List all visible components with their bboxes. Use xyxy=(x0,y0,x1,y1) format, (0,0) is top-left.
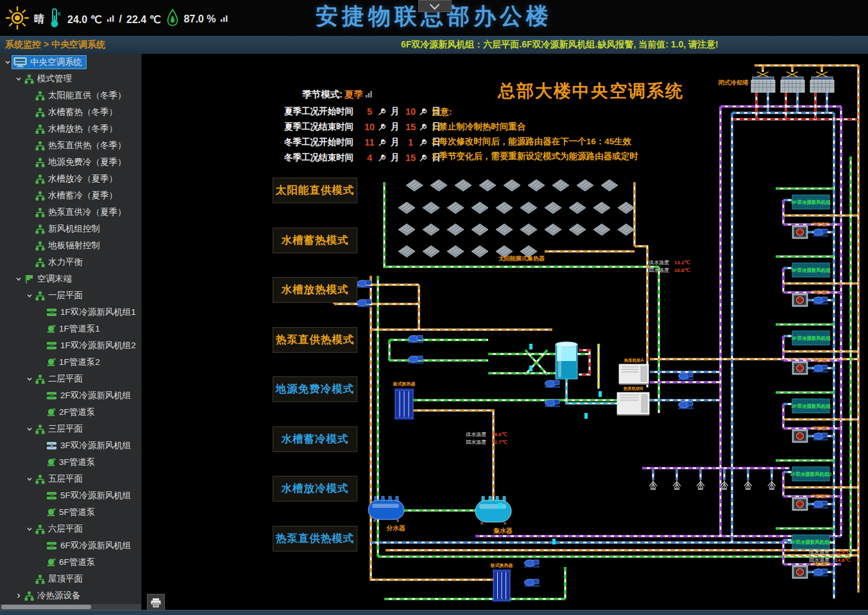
tree-item-content[interactable]: 冷热源设备 xyxy=(23,589,85,602)
mode-button-1[interactable]: 水槽蓄热模式 xyxy=(273,228,357,253)
tree-item-9[interactable]: 热泵直供冷（夏季） xyxy=(0,204,141,221)
tree-item-18[interactable]: 1F管道泵2 xyxy=(0,354,141,371)
tree-item-content[interactable]: 地板辐射控制 xyxy=(34,239,104,252)
tree-item-content[interactable]: 二层平面 xyxy=(34,373,87,385)
tree-item-21[interactable]: 2F管道泵 xyxy=(0,404,141,421)
tree-item-content[interactable]: 水力平衡 xyxy=(34,256,87,269)
tree-item-content[interactable]: 3F双冷源新风机组 xyxy=(45,439,135,452)
mode-button-2[interactable]: 水槽放热模式 xyxy=(273,277,357,303)
mode-button-6[interactable]: 水槽放冷模式 xyxy=(273,476,357,501)
tree-item-26[interactable]: 5F双冷源新风机组 xyxy=(0,487,141,504)
tree-item-content[interactable]: 热泵直供热（冬季） xyxy=(34,139,130,152)
chevron-down-icon[interactable] xyxy=(24,376,34,382)
mode-button-4[interactable]: 地源免费冷模式 xyxy=(273,376,357,402)
tree-item-content[interactable]: 地源免费冷（夏季） xyxy=(34,156,130,169)
mode-button-0[interactable]: 太阳能直供模式 xyxy=(273,178,357,203)
tree-item-28[interactable]: 六层平面 xyxy=(0,521,141,537)
tree-item-31[interactable]: 屋顶平面 xyxy=(0,571,141,587)
chevron-down-icon[interactable] xyxy=(24,476,34,482)
tree-item-3[interactable]: 水槽蓄热（冬季） xyxy=(0,104,141,121)
wrench-icon[interactable] xyxy=(378,139,388,147)
tree-item-content[interactable]: 热泵直供冷（夏季） xyxy=(34,206,130,219)
plate-heat-exchanger-icon xyxy=(492,569,511,602)
tree-item-content[interactable]: 5F管道泵 xyxy=(45,506,99,519)
tree-item-content[interactable]: 1F双冷源新风机组1 xyxy=(45,306,140,319)
chevron-right-icon[interactable] xyxy=(13,593,23,599)
tree-item-content[interactable]: 6F双冷源新风机组 xyxy=(45,539,135,552)
mode-button-3[interactable]: 热泵直供热模式 xyxy=(273,327,357,353)
tree-item-content[interactable]: 空调末端 xyxy=(23,273,76,285)
tree-item-content[interactable]: 6F管道泵 xyxy=(45,556,99,569)
tree-item-7[interactable]: 水槽放冷（夏季） xyxy=(0,171,141,187)
tree-item-14[interactable]: 一层平面 xyxy=(0,287,141,304)
tree-item-19[interactable]: 二层平面 xyxy=(0,371,141,387)
tree-item-content[interactable]: 中央空调系统 xyxy=(12,56,86,69)
chevron-down-icon[interactable] xyxy=(13,76,23,82)
wrench-icon[interactable] xyxy=(378,108,388,116)
svg-text:供水温度: 供水温度 xyxy=(466,432,486,437)
mode-button-5[interactable]: 水槽蓄冷模式 xyxy=(273,426,357,452)
chevron-down-icon[interactable] xyxy=(13,276,23,282)
tree-item-15[interactable]: 1F双冷源新风机组1 xyxy=(0,304,141,321)
tree-item-content[interactable]: 水槽蓄冷（夏季） xyxy=(34,189,121,202)
tree-item-6[interactable]: 地源免费冷（夏季） xyxy=(0,154,141,171)
tree-item-20[interactable]: 2F双冷源新风机组 xyxy=(0,387,141,404)
mode-button-7[interactable]: 热泵直供热模式 xyxy=(273,526,357,552)
tree-item-content[interactable]: 新风机组控制 xyxy=(34,223,104,235)
tree-item-content[interactable]: 太阳能直供（冬季） xyxy=(34,89,130,102)
tree-item-content[interactable]: 3F管道泵 xyxy=(45,456,99,469)
wrench-icon[interactable] xyxy=(378,154,388,162)
tree-item-content[interactable]: 屋顶平面 xyxy=(34,573,87,586)
tree-item-content[interactable]: 1F管道泵2 xyxy=(45,356,104,369)
tree-item-content[interactable]: 六层平面 xyxy=(34,523,87,535)
tree-item-16[interactable]: 1F管道泵1 xyxy=(0,321,141,337)
tree-item-content[interactable]: 水槽放热（冬季） xyxy=(34,122,121,135)
print-button[interactable] xyxy=(147,594,165,610)
tree-item-12[interactable]: 水力平衡 xyxy=(0,254,141,271)
sidebar-horizontal-scrollbar[interactable] xyxy=(0,604,141,610)
tree-item-11[interactable]: 地板辐射控制 xyxy=(0,237,141,254)
tree-item-content[interactable]: 五层平面 xyxy=(34,473,87,485)
tree-item-content[interactable]: 2F管道泵 xyxy=(45,406,99,419)
tree-item-10[interactable]: 新风机组控制 xyxy=(0,221,141,237)
scrollbar-thumb[interactable] xyxy=(1,605,91,609)
tree-item-content[interactable]: 1F管道泵1 xyxy=(45,323,104,335)
tree-item-content[interactable]: 5F双冷源新风机组 xyxy=(45,489,135,502)
tree-item-25[interactable]: 五层平面 xyxy=(0,471,141,487)
floor-unit-label: 1F双冷源新风机组1 xyxy=(790,535,831,549)
tree-item-30[interactable]: 6F管道泵 xyxy=(0,554,141,571)
header-collapse-tab[interactable] xyxy=(418,0,452,12)
tree-item-content[interactable]: 水槽蓄热（冬季） xyxy=(34,106,121,119)
solar-collector-icon xyxy=(472,202,488,214)
tree-item-content[interactable]: 一层平面 xyxy=(34,289,87,302)
tree-item-8[interactable]: 水槽蓄冷（夏季） xyxy=(0,187,141,204)
tree-item-17[interactable]: 1F双冷源新风机组2 xyxy=(0,337,141,354)
chevron-down-icon[interactable] xyxy=(3,59,12,65)
tree-item-content[interactable]: 1F双冷源新风机组2 xyxy=(45,339,140,352)
chevron-down-icon[interactable] xyxy=(24,292,34,299)
tree-item-5[interactable]: 热泵直供热（冬季） xyxy=(0,137,141,154)
tree-item-content[interactable]: 模式管理 xyxy=(23,72,76,85)
wrench-icon[interactable] xyxy=(419,154,429,162)
tree-item-24[interactable]: 3F管道泵 xyxy=(0,454,141,471)
tree-item-content[interactable]: 三层平面 xyxy=(34,423,87,435)
chevron-down-icon[interactable] xyxy=(24,526,34,532)
tree-item-23[interactable]: 3F双冷源新风机组 xyxy=(0,437,141,454)
tree-item-content[interactable]: 2F双冷源新风机组 xyxy=(45,389,135,402)
tree-item-13[interactable]: 空调末端 xyxy=(0,271,141,287)
tree-item-content[interactable]: 水槽放冷（夏季） xyxy=(34,173,121,185)
tree-item-2[interactable]: 太阳能直供（冬季） xyxy=(0,87,141,104)
tree-item-0[interactable]: 中央空调系统 xyxy=(0,54,141,71)
tree-item-1[interactable]: 模式管理 xyxy=(0,71,141,87)
tree-item-29[interactable]: 6F双冷源新风机组 xyxy=(0,537,141,554)
wrench-icon[interactable] xyxy=(419,139,429,147)
wrench-icon[interactable] xyxy=(419,123,429,131)
tree-item-32[interactable]: 冷热源设备 xyxy=(0,587,141,604)
chevron-down-icon[interactable] xyxy=(24,426,34,432)
breadcrumb[interactable]: 系统监控 > 中央空调系统 xyxy=(5,39,105,51)
tree-item-27[interactable]: 5F管道泵 xyxy=(0,504,141,521)
tree-item-4[interactable]: 水槽放热（冬季） xyxy=(0,121,141,137)
tree-item-22[interactable]: 三层平面 xyxy=(0,421,141,437)
wrench-icon[interactable] xyxy=(378,123,388,131)
wrench-icon[interactable] xyxy=(419,108,429,116)
